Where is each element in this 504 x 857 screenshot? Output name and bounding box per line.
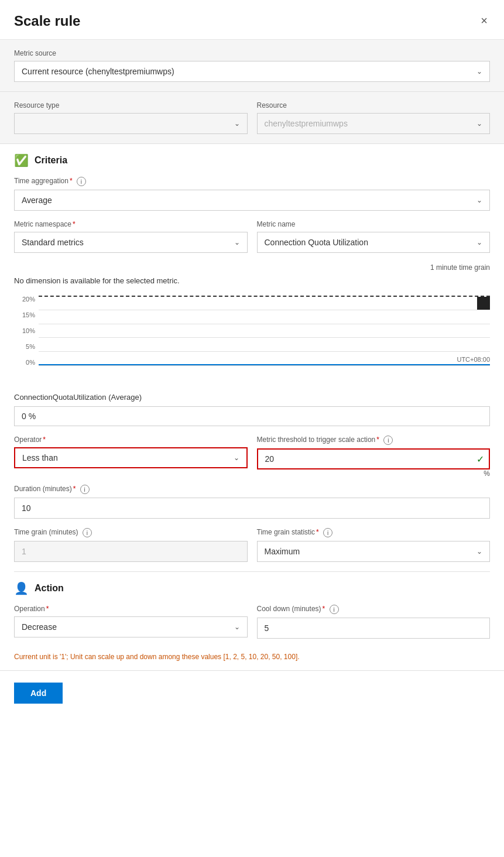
action-section: 👤 Action Operation* Decrease ⌄ Cool down… (0, 581, 504, 661)
threshold-label: Metric threshold to trigger scale action… (257, 436, 491, 445)
criteria-section: ✅ Criteria Time aggregation* i Average ⌄… (0, 144, 504, 571)
panel-header: Scale rule × (0, 0, 504, 40)
time-grain-text: 1 minute time grain (14, 263, 490, 272)
criteria-heading: ✅ Criteria (14, 153, 490, 167)
time-grain-statistic-label: Time grain statistic* i (257, 528, 491, 537)
resource-row: Resource type ⌄ Resource chenyltestpremi… (14, 101, 490, 134)
threshold-group: Metric threshold to trigger scale action… (257, 436, 491, 482)
duration-label: Duration (minutes)* i (14, 485, 490, 494)
time-aggregation-group: Time aggregation* i Average ⌄ (14, 177, 490, 211)
metric-namespace-select[interactable]: Standard metrics ⌄ (14, 232, 248, 253)
chart-label-20: 20% (22, 296, 35, 303)
metric-source-value: Current resource (chenyltestpremiumwps) (22, 67, 174, 76)
metric-source-section: Metric source Current resource (chenylte… (0, 40, 504, 92)
criteria-title: Criteria (35, 155, 67, 166)
chart-label-0: 0% (26, 359, 35, 366)
metric-namespace-label: Metric namespace* (14, 220, 248, 228)
metric-source-label: Metric source (14, 49, 490, 57)
duration-input[interactable] (14, 498, 490, 519)
metric-name-chevron-icon: ⌄ (476, 238, 482, 246)
threshold-unit: % (257, 469, 491, 478)
metric-value-label: ConnectionQuotaUtilization (Average) (14, 393, 490, 402)
metric-namespace-row: Metric namespace* Standard metrics ⌄ Met… (14, 220, 490, 262)
chart-label-10: 10% (22, 327, 35, 334)
chart-label-15: 15% (22, 311, 35, 318)
time-grain-minutes-group: Time grain (minutes) i (14, 528, 248, 562)
time-grain-statistic-select[interactable]: Maximum ⌄ (257, 541, 491, 562)
resource-chevron-icon: ⌄ (476, 119, 482, 128)
metric-source-chevron-icon: ⌄ (476, 67, 482, 76)
operator-group: Operator* Less than ⌄ (14, 436, 248, 482)
time-grain-minutes-input (14, 541, 248, 562)
gridline-1 (39, 310, 490, 310)
action-heading: 👤 Action (14, 581, 490, 595)
criteria-icon: ✅ (14, 153, 29, 167)
operation-cooldown-row: Operation* Decrease ⌄ Cool down (minutes… (14, 605, 490, 648)
metric-name-value: Connection Quota Utilization (265, 238, 368, 247)
threshold-info-icon[interactable]: i (383, 436, 393, 445)
add-button[interactable]: Add (14, 683, 63, 704)
resource-type-label: Resource type (14, 101, 248, 109)
resource-group: Resource chenyltestpremiumwps ⌄ (257, 101, 491, 134)
operation-label: Operation* (14, 605, 248, 613)
metric-namespace-value: Standard metrics (22, 238, 84, 247)
time-aggregation-chevron-icon: ⌄ (476, 196, 482, 204)
resource-type-select: ⌄ (14, 113, 248, 134)
time-grain-minutes-info-icon[interactable]: i (83, 528, 92, 537)
gridline-4 (39, 351, 490, 352)
operation-group: Operation* Decrease ⌄ (14, 605, 248, 639)
threshold-handle (477, 297, 490, 310)
scale-rule-panel: Scale rule × Metric source Current resou… (0, 0, 504, 857)
operation-chevron-icon: ⌄ (234, 623, 240, 631)
resource-select: chenyltestpremiumwps ⌄ (257, 113, 491, 134)
duration-info-icon[interactable]: i (80, 485, 90, 494)
time-aggregation-select[interactable]: Average ⌄ (14, 190, 490, 211)
operator-label: Operator* (14, 436, 248, 444)
cool-down-group: Cool down (minutes)* i (257, 605, 491, 639)
gridline-2 (39, 324, 490, 324)
duration-group: Duration (minutes)* i (14, 485, 490, 519)
metric-value-box: 0 % (14, 406, 490, 426)
time-aggregation-info-icon[interactable]: i (77, 177, 86, 186)
threshold-input[interactable] (257, 448, 491, 469)
panel-footer: Add (0, 670, 504, 715)
panel-title: Scale rule (14, 13, 80, 29)
operator-threshold-row: Operator* Less than ⌄ Metric threshold t… (14, 436, 490, 482)
operation-select[interactable]: Decrease ⌄ (14, 616, 248, 637)
no-dimension-text: No dimension is available for the select… (14, 276, 490, 285)
metric-name-group: Metric name Connection Quota Utilization… (257, 220, 491, 253)
action-title: Action (35, 583, 64, 594)
cool-down-input[interactable] (257, 618, 491, 639)
resource-type-chevron-icon: ⌄ (234, 119, 240, 128)
operator-value: Less than (22, 453, 58, 462)
operation-value: Decrease (22, 622, 57, 632)
time-aggregation-value: Average (22, 196, 52, 205)
time-grain-statistic-group: Time grain statistic* i Maximum ⌄ (257, 528, 491, 562)
cool-down-label: Cool down (minutes)* i (257, 605, 491, 614)
operator-chevron-icon: ⌄ (234, 454, 239, 462)
divider (14, 571, 490, 572)
time-grain-statistic-info-icon[interactable]: i (323, 528, 332, 537)
resource-label: Resource (257, 101, 491, 109)
chart-plot: UTC+08:00 (39, 296, 490, 366)
data-line (39, 364, 490, 365)
note-text: Current unit is '1'; Unit can scale up a… (14, 653, 490, 661)
time-grain-minutes-label: Time grain (minutes) i (14, 528, 248, 537)
gridline-3 (39, 337, 490, 338)
operator-select[interactable]: Less than ⌄ (14, 447, 248, 468)
time-grain-row: Time grain (minutes) i Time grain statis… (14, 528, 490, 571)
close-button[interactable]: × (478, 12, 490, 30)
metric-source-select[interactable]: Current resource (chenyltestpremiumwps) … (14, 61, 490, 82)
cool-down-info-icon[interactable]: i (330, 605, 339, 614)
metric-name-select[interactable]: Connection Quota Utilization ⌄ (257, 232, 491, 253)
resource-type-group: Resource type ⌄ (14, 101, 248, 134)
resource-value: chenyltestpremiumwps (265, 119, 348, 128)
time-grain-statistic-chevron-icon: ⌄ (476, 547, 482, 556)
action-icon: 👤 (14, 581, 29, 595)
threshold-line (39, 296, 490, 297)
time-grain-statistic-value: Maximum (265, 547, 300, 556)
time-aggregation-label: Time aggregation* i (14, 177, 490, 186)
metric-namespace-chevron-icon: ⌄ (234, 238, 240, 246)
metric-namespace-group: Metric namespace* Standard metrics ⌄ (14, 220, 248, 253)
chart-label-5: 5% (26, 343, 35, 350)
